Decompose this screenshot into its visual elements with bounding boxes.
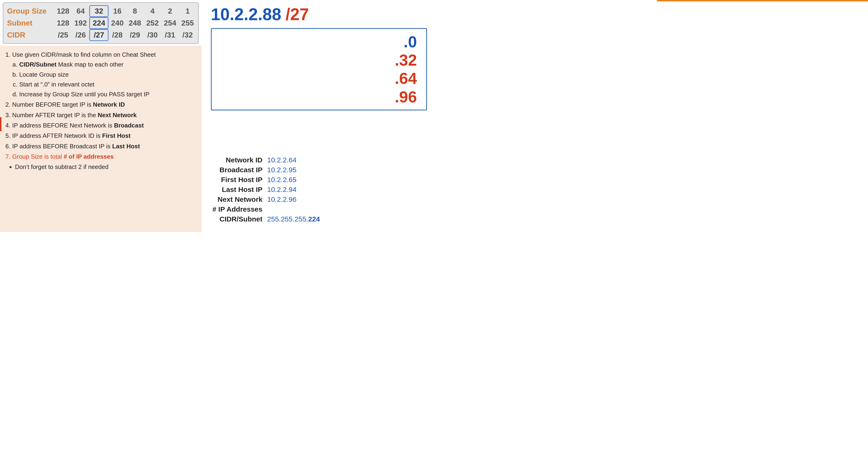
first-host-row: First Host IP 10.2.2.65 [211,176,427,184]
instruction-item-3: Number AFTER target IP is the Next Netwo… [12,111,196,120]
instr-5-bold: First Host [102,132,130,139]
right-panel: 10.2.2.88 /27 .0 .32 .64 .96 Network ID … [202,0,434,232]
first-host-value: 10.2.2.65 [267,176,297,184]
instructions-panel: Use given CIDR/mask to find column on Ch… [0,46,202,232]
left-panel: Group Size1286432168421Subnet12819222424… [0,0,202,232]
sub-text-d: Increase by Group Size until you PASS ta… [19,91,150,98]
cidr-subnet-bold: 224 [308,215,320,223]
cheat-label-2: CIDR [5,29,54,41]
sub-bold-a: CIDR/Subnet [19,61,57,68]
cheat-cell-2-4: /29 [126,29,144,41]
instr-3-normal: Number AFTER target IP is the [12,112,98,119]
first-host-label: First Host IP [211,176,262,184]
cheat-cell-2-1: /26 [72,29,90,41]
cheat-cell-0-7: 1 [179,5,196,17]
broadcast-row: Broadcast IP 10.2.2.95 [211,166,427,174]
cheat-cell-2-7: /32 [179,29,196,41]
instr-2-normal: Number BEFORE target IP is [12,101,93,108]
network-id-value: 10.2.2.64 [267,156,297,164]
cheat-cell-0-1: 64 [72,5,90,17]
subnet-val-0: .0 [221,33,417,51]
cheat-cell-1-3: 240 [108,17,126,29]
cheat-cell-1-6: 254 [161,17,179,29]
cheat-cell-1-1: 192 [72,17,90,29]
sub-text-c: Start at “.0” in relevant octet [19,81,94,88]
instruction-item-1: Use given CIDR/mask to find column on Ch… [12,50,196,99]
cheat-cell-2-6: /31 [161,29,179,41]
subnet-val-2: .64 [221,69,417,87]
cheat-cell-0-6: 2 [161,5,179,17]
broadcast-value: 10.2.2.95 [267,166,297,174]
bullet-list: Don’t forget to subtract 2 if needed [6,162,196,172]
instr-4-bold: Broadcast [114,122,144,129]
instruction-item-2: Number BEFORE target IP is Network ID [12,100,196,109]
last-host-value: 10.2.2.94 [267,186,297,193]
next-network-label: Next Network [211,195,262,204]
cheat-cell-2-2: /27 [89,29,108,41]
last-host-label: Last Host IP [211,186,262,193]
sub-item-b: Locate Group size [19,70,196,79]
instr-6-normal: IP address BEFORE Broadcast IP is [12,143,112,150]
cheat-sheet-table: Group Size1286432168421Subnet12819222424… [3,2,199,44]
last-host-row: Last Host IP 10.2.2.94 [211,186,427,193]
instruction-item-6: IP address BEFORE Broadcast IP is Last H… [12,142,196,151]
ip-address: 10.2.2.88 [211,5,281,24]
side-bar-accent [0,117,1,131]
cheat-label-0: Group Size [5,5,54,17]
cheat-cell-1-2: 224 [89,17,108,29]
instr-3-bold: Next Network [98,112,136,119]
cheat-label-1: Subnet [5,17,54,29]
ip-header: 10.2.2.88 /27 [211,5,427,24]
cheat-cell-0-5: 4 [144,5,161,17]
instruction-item-7: Group Size is total # of IP addresses [12,152,196,161]
network-id-row: Network ID 10.2.2.64 [211,156,427,164]
instruction-item-5: IP address AFTER Network ID is First Hos… [12,131,196,141]
cheat-cell-0-4: 8 [126,5,144,17]
cheat-cell-1-4: 248 [126,17,144,29]
cidr-notation: /27 [285,5,309,24]
cidr-subnet-value: 255.255.255.224 [267,215,320,223]
sub-item-c: Start at “.0” in relevant octet [19,80,196,89]
next-network-row: Next Network 10.2.2.96 [211,195,427,204]
cheat-cell-0-0: 128 [54,5,72,17]
subnet-val-1: .32 [221,51,417,69]
sub-rest-a: Mask map to each other [57,61,124,68]
cheat-cell-0-2: 32 [89,5,108,17]
cidr-subnet-row: CIDR/Subnet 255.255.255.224 [211,215,427,223]
instruction-item-4: IP address BEFORE Next Network is Broadc… [12,121,196,130]
cidr-subnet-label: CIDR/Subnet [211,215,262,223]
subnet-val-3: .96 [221,88,417,106]
instr-6-bold: Last Host [112,143,140,150]
instr-4-normal: IP address BEFORE Next Network is [12,122,114,129]
ip-addresses-label: # IP Addresses [211,205,262,213]
ip-addresses-row: # IP Addresses [211,205,427,213]
cheat-cell-2-0: /25 [54,29,72,41]
sub-item-a: CIDR/Subnet Mask map to each other [19,60,196,69]
cidr-subnet-normal: 255.255.255. [267,215,308,223]
cheat-cell-2-3: /28 [108,29,126,41]
sub-text-b: Locate Group size [19,71,69,78]
network-id-label: Network ID [211,156,262,164]
bullet-item: Don’t forget to subtract 2 if needed [15,162,196,172]
instruction-text-1: Use given CIDR/mask to find column on Ch… [12,51,156,58]
instructions-list: Use given CIDR/mask to find column on Ch… [6,50,196,161]
cheat-cell-1-7: 255 [179,17,196,29]
next-network-value: 10.2.2.96 [267,195,297,204]
network-info: Network ID 10.2.2.64 Broadcast IP 10.2.2… [211,156,427,227]
cheat-cell-0-3: 16 [108,5,126,17]
instr-7-normal: Group Size is total [12,153,64,160]
sub-list-1: CIDR/Subnet Mask map to each other Locat… [12,60,196,99]
instr-7-bold: # of IP addresses [64,153,114,160]
instr-5-normal: IP address AFTER Network ID is [12,132,102,139]
broadcast-label: Broadcast IP [211,166,262,174]
subnet-box: .0 .32 .64 .96 [211,28,427,111]
sub-item-d: Increase by Group Size until you PASS ta… [19,90,196,99]
cheat-cell-1-0: 128 [54,17,72,29]
cheat-cell-1-5: 252 [144,17,161,29]
cheat-cell-2-5: /30 [144,29,161,41]
instr-2-bold: Network ID [93,101,125,108]
